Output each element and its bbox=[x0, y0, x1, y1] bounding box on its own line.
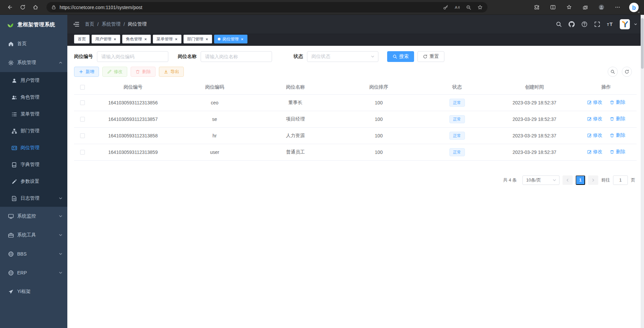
close-icon[interactable] bbox=[205, 38, 208, 41]
window-scrollbar[interactable] bbox=[641, 15, 644, 328]
post-id-label: 岗位编号 bbox=[74, 54, 93, 60]
toggle-search-button[interactable] bbox=[608, 67, 618, 77]
next-page-button[interactable] bbox=[588, 175, 598, 185]
export-button[interactable]: 导出 bbox=[159, 67, 184, 77]
sidebar-item-system-monitoring[interactable]: 系统监控 bbox=[0, 207, 67, 226]
users-icon bbox=[11, 95, 17, 100]
tab-role-management[interactable]: 角色管理 bbox=[122, 35, 151, 43]
breadcrumb: 首页 / 系统管理 / 岗位管理 bbox=[85, 21, 147, 27]
post-name-input[interactable] bbox=[201, 51, 272, 62]
delete-button[interactable]: 删除 bbox=[131, 67, 156, 77]
browser-chrome: https://ccnetcore.com:1101/system/post A bbox=[0, 0, 644, 15]
goto-page-input[interactable] bbox=[613, 175, 628, 185]
page-size-select[interactable]: 10条/页 bbox=[522, 175, 560, 185]
row-edit-button[interactable]: 修改 bbox=[587, 132, 603, 138]
sidebar-item-menu-management[interactable]: 菜单管理 bbox=[0, 106, 67, 123]
tab-user-management[interactable]: 用户管理 bbox=[92, 35, 120, 43]
sidebar-item-log-management[interactable]: 日志管理 bbox=[0, 190, 67, 207]
row-edit-button[interactable]: 修改 bbox=[587, 149, 603, 155]
refresh-table-button[interactable] bbox=[622, 67, 632, 77]
org-tree-icon bbox=[11, 128, 17, 134]
refresh-button[interactable] bbox=[16, 2, 29, 13]
saved-password-key-icon[interactable] bbox=[443, 5, 448, 10]
collections-icon[interactable] bbox=[579, 2, 591, 13]
post-id-input[interactable] bbox=[97, 51, 168, 62]
id-badge-icon bbox=[11, 145, 17, 151]
status-select[interactable]: 岗位状态 bbox=[307, 51, 378, 62]
tab-home[interactable]: 首页 bbox=[74, 35, 90, 43]
sidebar-item-system-management[interactable]: 系统管理 bbox=[0, 53, 67, 72]
add-favorite-star-icon[interactable] bbox=[477, 5, 483, 10]
user-avatar[interactable] bbox=[620, 19, 630, 29]
select-all-checkbox[interactable] bbox=[80, 85, 85, 90]
back-button[interactable] bbox=[3, 2, 16, 13]
sidebar-item-yi-framework[interactable]: Yi框架 bbox=[0, 282, 67, 301]
toolbox-icon bbox=[8, 232, 14, 238]
font-size-icon[interactable]: TT bbox=[607, 21, 613, 27]
zoom-out-icon[interactable] bbox=[466, 5, 471, 10]
bing-copilot-icon[interactable]: b bbox=[627, 1, 641, 14]
sidebar-item-role-management[interactable]: 角色管理 bbox=[0, 89, 67, 106]
document-icon bbox=[11, 196, 17, 201]
sidebar-item-dictionary-management[interactable]: 字典管理 bbox=[0, 156, 67, 173]
row-delete-button[interactable]: 删除 bbox=[610, 132, 625, 138]
sidebar-fold-icon[interactable] bbox=[73, 21, 79, 28]
refresh-icon bbox=[423, 54, 428, 59]
close-icon[interactable] bbox=[175, 38, 178, 41]
row-delete-button[interactable]: 删除 bbox=[610, 99, 625, 105]
github-icon[interactable] bbox=[569, 21, 575, 27]
read-aloud-icon[interactable]: A bbox=[454, 5, 460, 10]
browser-menu-icon[interactable] bbox=[611, 2, 624, 13]
edit-button[interactable]: 修改 bbox=[102, 67, 127, 77]
system-management-submenu: 用户管理 角色管理 菜单管理 部门管理 岗位管理 字典管理 bbox=[0, 72, 67, 207]
monitor-icon bbox=[8, 214, 14, 219]
favorites-icon[interactable] bbox=[563, 2, 575, 13]
row-checkbox[interactable] bbox=[80, 117, 85, 122]
close-icon[interactable] bbox=[113, 38, 116, 41]
user-icon bbox=[11, 78, 17, 84]
tab-post-management[interactable]: 岗位管理 bbox=[214, 35, 247, 43]
tab-department-management[interactable]: 部门管理 bbox=[183, 35, 212, 43]
tab-menu-management[interactable]: 菜单管理 bbox=[153, 35, 181, 43]
sidebar-item-post-management[interactable]: 岗位管理 bbox=[0, 139, 67, 156]
sidebar-item-erp[interactable]: ERP bbox=[0, 263, 67, 282]
sidebar-item-user-management[interactable]: 用户管理 bbox=[0, 72, 67, 89]
row-checkbox[interactable] bbox=[80, 133, 85, 138]
browser-profile-avatar[interactable] bbox=[595, 2, 608, 13]
close-icon[interactable] bbox=[144, 38, 147, 41]
search-button[interactable]: 搜索 bbox=[387, 51, 414, 62]
home-button[interactable] bbox=[29, 2, 42, 13]
svg-text:A: A bbox=[455, 5, 457, 9]
address-bar[interactable]: https://ccnetcore.com:1101/system/post A bbox=[46, 2, 487, 12]
download-icon bbox=[164, 69, 168, 74]
avatar-dropdown-caret-icon[interactable] bbox=[634, 23, 637, 26]
sidebar-item-bbs[interactable]: BBS bbox=[0, 244, 67, 263]
scrollbar-thumb[interactable] bbox=[641, 18, 644, 69]
page-number-button[interactable]: 1 bbox=[576, 175, 585, 185]
row-edit-button[interactable]: 修改 bbox=[587, 116, 603, 122]
breadcrumb-section[interactable]: 系统管理 bbox=[102, 21, 121, 27]
sidebar-item-department-management[interactable]: 部门管理 bbox=[0, 123, 67, 139]
row-edit-button[interactable]: 修改 bbox=[587, 99, 603, 105]
row-delete-button[interactable]: 删除 bbox=[610, 116, 625, 122]
add-button[interactable]: 新增 bbox=[74, 67, 99, 77]
prev-page-button[interactable] bbox=[563, 175, 573, 185]
lock-icon[interactable] bbox=[51, 5, 56, 10]
sidebar-item-parameter-settings[interactable]: 参数设置 bbox=[0, 173, 67, 190]
split-screen-icon[interactable] bbox=[546, 2, 559, 13]
column-header-post-sort: 岗位排序 bbox=[337, 80, 421, 94]
search-icon[interactable] bbox=[556, 21, 562, 27]
help-icon[interactable] bbox=[581, 21, 587, 27]
sidebar-item-system-tools[interactable]: 系统工具 bbox=[0, 226, 67, 244]
reset-button[interactable]: 重置 bbox=[417, 51, 444, 62]
extensions-icon[interactable] bbox=[530, 2, 543, 13]
sidebar-item-home[interactable]: 首页 bbox=[0, 34, 67, 53]
close-icon[interactable] bbox=[241, 38, 244, 41]
chevron-down-icon bbox=[59, 252, 63, 256]
chevron-left-icon bbox=[566, 178, 570, 182]
row-delete-button[interactable]: 删除 bbox=[610, 149, 625, 155]
row-checkbox[interactable] bbox=[80, 150, 85, 155]
fullscreen-icon[interactable] bbox=[594, 21, 600, 27]
breadcrumb-home[interactable]: 首页 bbox=[85, 21, 94, 27]
row-checkbox[interactable] bbox=[80, 100, 85, 105]
